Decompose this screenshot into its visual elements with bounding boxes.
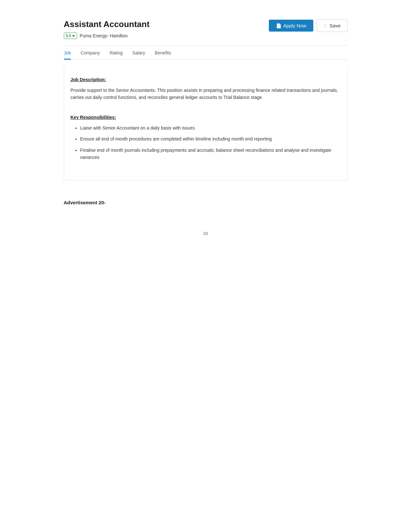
rating-star: ★ [72,34,75,38]
job-description-section: Job Description: Provide support to the … [71,74,341,111]
list-item: Finalise end of month journals including… [80,147,341,161]
tab-rating[interactable]: Rating [110,50,122,59]
responsibilities-list: Liaise with Senior Accountant on a daily… [71,124,341,161]
job-description-text: Provide support to the Senior Accountant… [71,87,341,101]
job-description-heading: Job Description: [71,77,341,82]
list-item: Ensure all end of month procedures are c… [80,135,341,142]
action-buttons: 📄 Apply Now ♡ Save [269,19,347,32]
rating-value: 3.3 [66,34,71,38]
title-area: Assistant Accountant 3.3 ★ Puma Energy- … [64,19,269,41]
job-header: Assistant Accountant 3.3 ★ Puma Energy- … [64,19,347,41]
tab-job[interactable]: Job [64,50,71,59]
company-row: 3.3 ★ Puma Energy- Hamilton [64,33,269,39]
job-title: Assistant Accountant [64,19,269,29]
responsibilities-section: Key Responsibilities: Liaise with Senior… [71,111,341,171]
page-number: 33 [203,231,208,236]
company-name: Puma Energy- Hamilton [80,33,128,38]
apply-button-label: Apply Now [283,23,307,28]
save-button[interactable]: ♡ Save [317,19,347,32]
responsibilities-heading: Key Responsibilities: [71,115,341,120]
heart-icon: ♡ [323,23,328,28]
tab-benefits[interactable]: Benefits [155,50,171,59]
rating-badge: 3.3 ★ [64,33,77,39]
page-footer: 33 [64,218,347,242]
list-item: Liaise with Senior Accountant on a daily… [80,124,341,131]
save-button-label: Save [329,23,340,28]
advertisement-section: Advertisement 20- [64,193,347,218]
content-card: Job Description: Provide support to the … [64,67,347,180]
tabs-section: Job Company Rating Salary Benefits [64,46,347,60]
advertisement-label: Advertisement 20- [64,200,347,205]
tab-salary[interactable]: Salary [132,50,145,59]
apply-now-button[interactable]: 📄 Apply Now [269,20,314,32]
tab-company[interactable]: Company [81,50,100,59]
apply-icon: 📄 [276,23,281,28]
